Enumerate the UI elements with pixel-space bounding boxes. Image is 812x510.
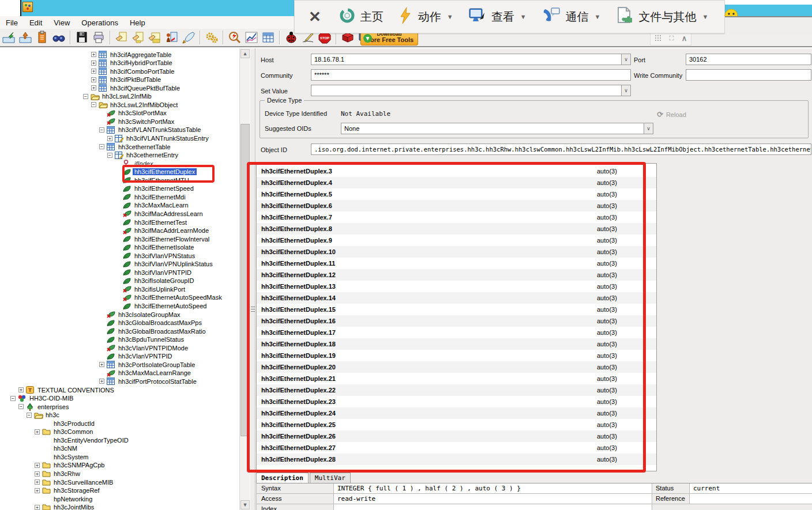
tree-item-hh3cifAggregateTable[interactable]: +hh3cifAggregateTable bbox=[91, 50, 173, 59]
tree-item-hh3cifComboPortTable[interactable]: +hh3cifComboPortTable bbox=[91, 67, 176, 75]
tree-item-label[interactable]: hh3cVlanVPNTPID bbox=[116, 353, 174, 360]
result-row[interactable]: hh3cifEthernetDuplex.24auto(3) bbox=[257, 407, 656, 419]
result-row[interactable]: hh3cifEthernetDuplex.16auto(3) bbox=[257, 315, 656, 327]
result-row[interactable]: hh3cifEthernetDuplex.4auto(3) bbox=[257, 177, 656, 188]
object-id-field[interactable]: .iso.org.dod.internet.private.enterprise… bbox=[311, 143, 811, 155]
tree-item-label[interactable]: hh3cifHybridPortTable bbox=[108, 59, 174, 66]
tree-item-label[interactable]: hh3cPortIsolateGroupTable bbox=[116, 361, 197, 368]
tree-item-hpNetworking[interactable]: hpNetworking bbox=[35, 494, 94, 503]
table-view-icon[interactable] bbox=[260, 30, 276, 45]
tree-item-label[interactable]: hh3cifEthernetFlowInterval bbox=[133, 236, 211, 243]
tree-item-label[interactable]: hh3cethernetEntry bbox=[125, 152, 180, 158]
result-row[interactable]: hh3cifEthernetDuplex.22auto(3) bbox=[257, 384, 656, 396]
snmp-get-icon[interactable] bbox=[114, 30, 129, 45]
tree-item-hh3cifEthernetTest[interactable]: hh3cifEthernetTest bbox=[115, 218, 189, 226]
print-icon[interactable] bbox=[91, 30, 106, 45]
tree-item-label[interactable]: hh3cRhw bbox=[52, 470, 82, 477]
tree-item-label[interactable]: hh3cSwitchPortMax bbox=[116, 118, 176, 125]
tree-item-hh3cifEthernetMTU[interactable]: hh3cifEthernetMTU bbox=[115, 176, 191, 184]
tree-item-label[interactable]: hh3c bbox=[44, 411, 61, 418]
expand-plus-icon[interactable]: + bbox=[35, 429, 40, 435]
tree-item-label[interactable]: hh3cCommon bbox=[52, 428, 95, 435]
result-row[interactable]: hh3cifEthernetDuplex.10auto(3) bbox=[257, 246, 656, 258]
result-row[interactable]: hh3cifEthernetDuplex.8auto(3) bbox=[257, 223, 656, 235]
tab-description[interactable]: Description bbox=[256, 473, 309, 483]
tree-item-hh3cifPortProtocolStatTable[interactable]: +hh3cifPortProtocolStatTable bbox=[99, 377, 198, 386]
expand-plus-icon[interactable]: + bbox=[35, 471, 40, 477]
tree-item-hh3cifMacAddrLearnMode[interactable]: hh3cifMacAddrLearnMode bbox=[115, 226, 210, 235]
tree-item-hh3cProductId[interactable]: hh3cProductId bbox=[35, 419, 96, 428]
tree-item-label[interactable]: hh3cethernetTable bbox=[116, 143, 172, 150]
result-row[interactable]: hh3cifEthernetDuplex.12auto(3) bbox=[257, 269, 656, 281]
tree-scrollbar[interactable]: ▲ ▼ bbox=[239, 48, 250, 510]
tree-item-label[interactable]: enterprises bbox=[36, 403, 70, 410]
tree-item-label[interactable]: hh3cifVlanVPNStatus bbox=[133, 252, 197, 259]
splitter-grip-icon[interactable] bbox=[251, 307, 255, 313]
tree-item-label[interactable]: hh3cifEthernetAutoSpeedMask bbox=[133, 294, 224, 301]
result-row[interactable]: hh3cifEthernetDuplex.7auto(3) bbox=[257, 211, 656, 223]
tree-item-label[interactable]: hh3cSurveillanceMIB bbox=[52, 479, 115, 486]
tree-item-label[interactable]: hh3cifEthernetTest bbox=[133, 219, 189, 226]
tree-item-hh3cethernetTable[interactable]: −hh3cethernetTable bbox=[99, 142, 172, 151]
tree-item-hh3cifisUplinkPort[interactable]: hh3cifisUplinkPort bbox=[115, 285, 187, 293]
tree-item-hh3cifEthernetIsolate[interactable]: hh3cifEthernetIsolate bbox=[115, 243, 196, 252]
snmp-getnext-icon[interactable] bbox=[130, 30, 146, 45]
tree-item-hh3cSwitchPortMax[interactable]: hh3cSwitchPortMax bbox=[99, 117, 176, 126]
tree-item-hh3cVlanVPNTPIDMode[interactable]: hh3cVlanVPNTPIDMode bbox=[99, 343, 190, 352]
tree-item-label[interactable]: hh3cifPktBufTable bbox=[108, 76, 163, 83]
result-row[interactable]: hh3cifEthernetDuplex.6auto(3) bbox=[257, 200, 656, 211]
tree-item-hh3cNM[interactable]: hh3cNM bbox=[35, 444, 79, 453]
tree-item-label[interactable]: hh3cifEthernetMdi bbox=[133, 194, 187, 201]
tree-item-label[interactable]: hh3cProductId bbox=[52, 420, 96, 427]
expand-plus-icon[interactable]: + bbox=[99, 379, 104, 384]
tree-item-hh3cifVLANTrunkStatusEntry[interactable]: +hh3cifVLANTrunkStatusEntry bbox=[107, 134, 210, 143]
tree-item-hh3cLswL2InfMibObject[interactable]: −hh3cLswL2InfMibObject bbox=[91, 100, 179, 109]
expand-plus-icon[interactable]: + bbox=[35, 505, 40, 510]
tree-item-hh3cifEthernetDuplex[interactable]: hh3cifEthernetDuplex bbox=[115, 168, 197, 176]
tree-item-hh3cifEthernetMdi[interactable]: hh3cifEthernetMdi bbox=[115, 192, 187, 201]
tree-item-hh3cRhw[interactable]: +hh3cRhw bbox=[35, 470, 82, 478]
community-field[interactable]: ****** bbox=[311, 69, 631, 81]
menu-file[interactable]: File bbox=[0, 17, 24, 28]
tree-item-hh3cifHybridPortTable[interactable]: +hh3cifHybridPortTable bbox=[91, 59, 174, 67]
tree-item-label[interactable]: HH3C-OID-MIB bbox=[28, 395, 75, 402]
expand-plus-icon[interactable]: + bbox=[91, 85, 96, 90]
snmp-write-icon[interactable] bbox=[181, 30, 196, 45]
grid-icon[interactable] bbox=[655, 35, 661, 41]
result-row[interactable]: hh3cifEthernetDuplex.3auto(3) bbox=[257, 165, 656, 177]
chevron-down-icon[interactable]: ∨ bbox=[621, 54, 630, 65]
tree-item-hh3cifPktBufTable[interactable]: +hh3cifPktBufTable bbox=[91, 75, 163, 84]
tree-item-label[interactable]: hh3cifAggregateTable bbox=[108, 51, 173, 58]
result-row[interactable]: hh3cifEthernetDuplex.21auto(3) bbox=[257, 373, 656, 384]
tree-item-label[interactable]: hh3cifPortProtocolStatTable bbox=[116, 378, 198, 385]
tree-item-label[interactable]: hh3cifComboPortTable bbox=[108, 68, 176, 75]
tree-item-label[interactable]: hh3cVlanVPNTPIDMode bbox=[116, 345, 190, 352]
load-mibs-icon[interactable] bbox=[1, 30, 16, 45]
tree-item-label[interactable]: hh3cifMacAddressLearn bbox=[133, 210, 205, 217]
tree-item-label[interactable]: hh3cGlobalBroadcastMaxPps bbox=[116, 319, 204, 326]
tree-item-label[interactable]: ifIndex bbox=[133, 160, 155, 167]
tree-item-label[interactable]: hh3cJointMibs bbox=[52, 504, 96, 510]
expand-plus-icon[interactable]: + bbox=[91, 52, 96, 57]
tree-item-hh3cLswL2InfMib[interactable]: −hh3cLswL2InfMib bbox=[83, 92, 153, 101]
graph-search-icon[interactable] bbox=[227, 30, 242, 45]
menu-help[interactable]: Help bbox=[124, 17, 151, 28]
tree-item-label[interactable]: hh3cStorageRef bbox=[52, 487, 102, 494]
expand-plus-icon[interactable]: + bbox=[107, 136, 112, 141]
write-community-field[interactable] bbox=[686, 69, 811, 81]
tree-item-label[interactable]: hh3cifEthernetMTU bbox=[133, 177, 191, 184]
result-row[interactable]: hh3cifEthernetDuplex.9auto(3) bbox=[257, 235, 656, 246]
tree-item-label[interactable]: hh3cifisUplinkPort bbox=[133, 286, 187, 293]
collapse-minus-icon[interactable]: − bbox=[107, 153, 112, 158]
collapse-chevron-icon[interactable]: ∧ bbox=[682, 34, 687, 43]
tree-item-hh3cifVlanVPNStatus[interactable]: hh3cifVlanVPNStatus bbox=[115, 251, 197, 260]
snmp-getbulk-icon[interactable] bbox=[147, 30, 163, 45]
tree-item-hh3cifEthernetSpeed[interactable]: hh3cifEthernetSpeed bbox=[115, 184, 196, 193]
tree-item-hh3cBpduTunnelStatus[interactable]: hh3cBpduTunnelStatus bbox=[99, 335, 186, 344]
tree-item-hh3cifEthernetAutoSpeedMask[interactable]: hh3cifEthernetAutoSpeedMask bbox=[115, 293, 224, 302]
tree-item-hh3c[interactable]: −hh3c bbox=[27, 411, 61, 420]
expand-icon[interactable]: ⛶ bbox=[669, 35, 674, 42]
tree-item-hh3cifIsolateGroupID[interactable]: hh3cifIsolateGroupID bbox=[115, 277, 196, 285]
result-row[interactable]: hh3cifEthernetDuplex.23auto(3) bbox=[257, 396, 656, 407]
overlay-button-home-ring[interactable]: 主页 bbox=[333, 3, 389, 31]
